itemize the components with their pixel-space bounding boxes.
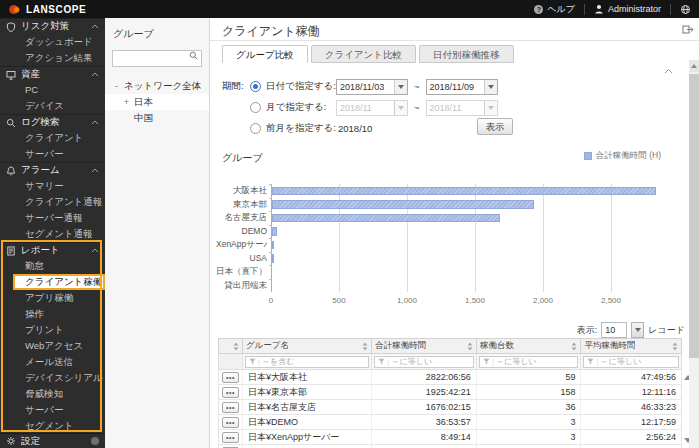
filter-input[interactable]: |～を含む — [245, 356, 369, 368]
sidebar-item[interactable]: セグメント — [0, 418, 105, 434]
tree-item-selected[interactable]: +日本 — [105, 94, 209, 110]
export-icon[interactable] — [682, 24, 694, 35]
help-button[interactable]: ? ヘルプ — [534, 3, 575, 16]
month-from-input[interactable]: 2018/11 — [336, 100, 408, 116]
sidebar-item[interactable]: サーバー — [0, 146, 105, 162]
sidebar-item[interactable]: プリント — [0, 322, 105, 338]
tree-item-label: 中国 — [134, 110, 153, 126]
records-dropdown-arrow[interactable] — [631, 322, 644, 338]
table-column-header[interactable]: グループ名 — [243, 339, 372, 353]
table-row[interactable]: •••日本¥東京本部1925:42:2115812:11:16 — [218, 385, 682, 400]
tree-item[interactable]: 中国 — [105, 110, 209, 126]
filter-cell: |～に等しい — [477, 354, 582, 369]
value-cell: 36:53:57 — [372, 415, 477, 429]
sidebar-section-header[interactable]: レポート — [0, 242, 105, 258]
tree-toggle-icon[interactable] — [123, 110, 130, 126]
table-column-header[interactable]: 稼働台数 — [477, 339, 582, 353]
scrollbar-up-icon[interactable] — [689, 60, 699, 72]
user-icon — [594, 4, 604, 14]
app-root: LANSCOPE ? ヘルプ Administrator リスク対策ダッシュボー… — [0, 0, 699, 448]
sidebar-collapse-icon[interactable] — [91, 437, 99, 445]
table-row[interactable]: •••日本¥名古屋支店1676:02:153646:33:23 — [218, 400, 682, 415]
sort-icon[interactable] — [362, 342, 368, 351]
sidebar-item[interactable]: サーバー通報 — [0, 210, 105, 226]
sidebar-item[interactable]: クライアント通報 — [0, 194, 105, 210]
tab-1-active[interactable]: グループ比較 — [222, 45, 308, 63]
help-icon: ? — [534, 5, 543, 14]
language-button[interactable] — [680, 4, 691, 15]
sidebar-item[interactable]: 操作 — [0, 306, 105, 322]
filter-input[interactable]: |～に等しい — [479, 356, 579, 368]
table-column-header[interactable]: 合計稼働時間 — [372, 339, 477, 353]
table-row[interactable]: •••日本¥大阪本社2822:06:565947:49:56 — [218, 370, 682, 385]
sort-icon[interactable] — [571, 342, 577, 351]
row-actions-button[interactable]: ••• — [222, 372, 239, 383]
sidebar-item[interactable]: セグメント通報 — [0, 226, 105, 242]
table-row[interactable]: •••日本¥DEMO36:53:57312:17:59 — [218, 415, 682, 430]
globe-icon — [680, 4, 691, 15]
filter-input[interactable]: |～に等しい — [374, 356, 474, 368]
collapse-section-icon[interactable] — [664, 68, 673, 74]
row-actions-button[interactable]: ••• — [222, 432, 239, 443]
table-column-header[interactable] — [219, 339, 243, 353]
tab-3[interactable]: 日付別稼働推移 — [419, 45, 514, 63]
sidebar-item[interactable]: PC — [0, 82, 105, 98]
row-actions-button[interactable]: ••• — [222, 417, 239, 428]
value-cell: 2822:06:56 — [372, 370, 477, 384]
sort-icon[interactable] — [467, 342, 473, 351]
filter-input[interactable]: |～に等しい — [583, 356, 679, 368]
radio-month-range[interactable] — [250, 102, 261, 113]
funnel-icon — [587, 358, 594, 365]
sidebar-item[interactable]: クライアント — [0, 130, 105, 146]
sidebar-item[interactable]: 勤怠 — [0, 258, 105, 274]
user-menu[interactable]: Administrator — [594, 4, 661, 14]
sidebar-section-header[interactable]: 資産 — [0, 66, 105, 82]
report-icon — [6, 246, 16, 256]
chart-title: グループ — [222, 151, 263, 165]
sort-icon[interactable] — [672, 342, 678, 351]
sidebar-section-header[interactable]: アラーム — [0, 162, 105, 178]
page-scrollbar[interactable] — [689, 60, 699, 448]
dropdown-arrow-icon[interactable] — [484, 80, 497, 94]
row-actions-button[interactable]: ••• — [222, 387, 239, 398]
chart-bar-row — [272, 238, 681, 252]
radio-date-range[interactable] — [250, 81, 261, 92]
sidebar-item[interactable]: サーバー — [0, 402, 105, 418]
row-actions-button[interactable]: ••• — [222, 402, 239, 413]
value-cell: 1925:42:21 — [372, 385, 477, 399]
show-button[interactable]: 表示 — [477, 118, 513, 135]
sidebar-item[interactable]: サマリー — [0, 178, 105, 194]
sidebar-item[interactable]: 脅威検知 — [0, 386, 105, 402]
tree-item[interactable]: -ネットワーク全体 — [105, 78, 209, 94]
tree-toggle-icon[interactable]: - — [113, 78, 120, 94]
tree-toggle-icon[interactable]: + — [123, 94, 130, 110]
sidebar-item[interactable]: アプリ稼働 — [0, 290, 105, 306]
chart-legend: 合計稼働時間 (H) — [584, 150, 661, 162]
sidebar-section-header[interactable]: リスク対策 — [0, 18, 105, 34]
sidebar-item-selected[interactable]: クライアント稼働 — [13, 274, 105, 290]
sidebar-section-header[interactable]: ログ検索 — [0, 114, 105, 130]
sidebar-item-settings[interactable]: 設定 — [0, 433, 105, 448]
scrollbar-thumb[interactable] — [689, 74, 699, 358]
tab-bar: グループ比較クライアント比較日付別稼働推移 — [222, 45, 514, 63]
value-cell: 8:49:14 — [372, 430, 477, 444]
sidebar-item[interactable]: Webアクセス — [0, 338, 105, 354]
tab-2[interactable]: クライアント比較 — [311, 45, 416, 63]
filter-placeholder: ～を含む — [262, 356, 294, 367]
sidebar-item[interactable]: メール送信 — [0, 354, 105, 370]
month-to-input[interactable]: 2018/11 — [426, 100, 498, 116]
records-count-input[interactable] — [601, 322, 627, 338]
sort-icon[interactable] — [233, 342, 239, 351]
dropdown-arrow-icon[interactable] — [394, 80, 407, 94]
chart-category-label: 貸出用端末 — [216, 279, 267, 293]
date-from-input[interactable]: 2018/11/03 — [336, 79, 408, 95]
sidebar-item[interactable]: デバイスシリアル — [0, 370, 105, 386]
table-row[interactable]: •••日本¥XenAppサーバー8:49:1432:56:24 — [218, 430, 682, 445]
sidebar-item[interactable]: アクション結果 — [0, 50, 105, 66]
radio-previous-month[interactable] — [250, 123, 261, 134]
sidebar-item[interactable]: デバイス — [0, 98, 105, 114]
table-column-header[interactable]: 平均稼働時間 — [581, 339, 681, 353]
filter-cell: |～に等しい — [581, 354, 681, 369]
date-to-input[interactable]: 2018/11/09 — [426, 79, 498, 95]
sidebar-item[interactable]: ダッシュボード — [0, 34, 105, 50]
